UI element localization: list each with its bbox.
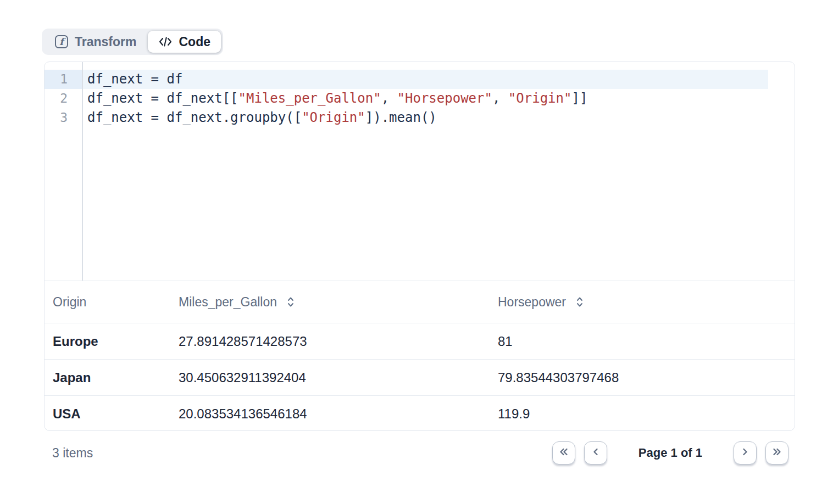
code-line: 1df_next = df [45,70,795,89]
tab-transform-label: Transform [75,35,136,49]
table-cell: 20.083534136546184 [170,396,490,432]
column-label: Origin [53,295,86,310]
page-indicator: Page 1 of 1 [638,446,702,460]
table-body: Europe27.89142857142857381Japan30.450632… [45,323,795,432]
code-line-text: df_next = df [82,70,795,89]
sort-icon[interactable] [286,296,296,308]
dataframe-widget: f Transform Code 1df_next = df2df_next =… [0,0,833,504]
row-header-cell: Japan [45,360,170,396]
chevrons-left-icon [558,447,569,459]
first-page-button[interactable] [552,441,575,464]
code-lines: 1df_next = df2df_next = df_next[["Miles_… [45,70,795,127]
code-line-text: df_next = df_next[["Miles_per_Gallon", "… [82,89,587,108]
table-cell: 30.450632911392404 [170,360,490,396]
pagination-footer: 3 items Page 1 of 1 [44,440,795,466]
content-panel: 1df_next = df2df_next = df_next[["Miles_… [44,61,795,431]
chevron-right-icon [740,447,750,459]
tab-code[interactable]: Code [148,31,221,53]
tab-code-label: Code [179,35,210,49]
column-label: Miles_per_Gallon [179,295,277,310]
chevrons-right-icon [771,447,782,459]
previous-page-button[interactable] [584,441,607,464]
chevron-left-icon [591,447,601,459]
tab-transform[interactable]: f Transform [44,31,147,53]
column-label: Horsepower [498,295,566,310]
column-header-origin: Origin [45,281,170,323]
table-header-row: Origin Miles_per_Gallon [45,281,795,323]
table-cell: 27.891428571428573 [170,323,490,360]
items-count: 3 items [52,446,93,461]
function-icon: f [54,35,69,49]
row-header-cell: Europe [45,323,170,360]
line-number: 1 [45,70,82,89]
line-number: 2 [45,89,82,108]
code-editor[interactable]: 1df_next = df2df_next = df_next[["Miles_… [45,62,795,281]
table-row: Europe27.89142857142857381 [45,323,795,360]
pager: Page 1 of 1 [552,441,788,464]
row-header-cell: USA [45,396,170,432]
table-row: Japan30.45063291139240479.83544303797468 [45,360,795,396]
code-line: 2df_next = df_next[["Miles_per_Gallon", … [45,89,795,108]
code-line-text: df_next = df_next.groupby(["Origin"]).me… [82,108,437,127]
code-icon [158,36,173,47]
column-header-horsepower: Horsepower [490,281,795,323]
line-number: 3 [45,108,82,127]
svg-text:f: f [59,36,66,47]
last-page-button[interactable] [765,441,788,464]
table-row: USA20.083534136546184119.9 [45,396,795,432]
sort-icon[interactable] [575,296,585,308]
next-page-button[interactable] [734,441,757,464]
column-header-miles-per-gallon: Miles_per_Gallon [170,281,490,323]
code-line: 3df_next = df_next.groupby(["Origin"]).m… [45,108,795,127]
gutter-divider [82,62,83,281]
table-cell: 79.83544303797468 [490,360,795,396]
result-table: Origin Miles_per_Gallon [45,281,795,431]
table-cell: 119.9 [490,396,795,432]
view-tab-bar: f Transform Code [42,29,223,55]
table-cell: 81 [490,323,795,360]
